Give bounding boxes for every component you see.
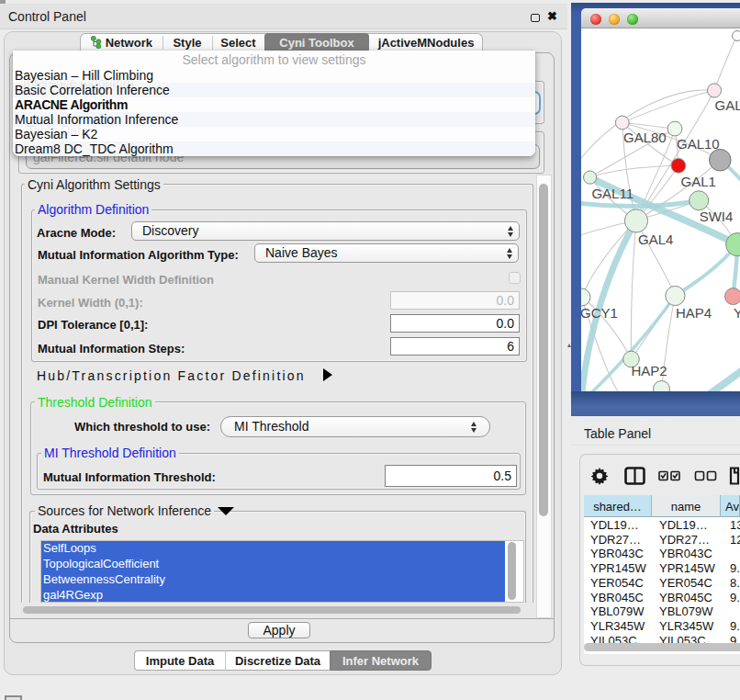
svg-text:SWI4: SWI4 <box>700 209 734 224</box>
svg-text:GCY1: GCY1 <box>581 305 618 321</box>
svg-text:GAL10: GAL10 <box>677 136 720 152</box>
svg-text:HAP2: HAP2 <box>632 363 667 378</box>
svg-text:GAL1: GAL1 <box>681 174 716 189</box>
svg-text:GAL11: GAL11 <box>591 186 633 201</box>
svg-text:GAL4: GAL4 <box>638 231 673 247</box>
svg-text:GAL2: GAL2 <box>715 97 740 113</box>
svg-text:HAP4: HAP4 <box>676 305 712 321</box>
svg-text:GAL80: GAL80 <box>623 130 667 145</box>
svg-text:YJ: YJ <box>734 305 740 321</box>
